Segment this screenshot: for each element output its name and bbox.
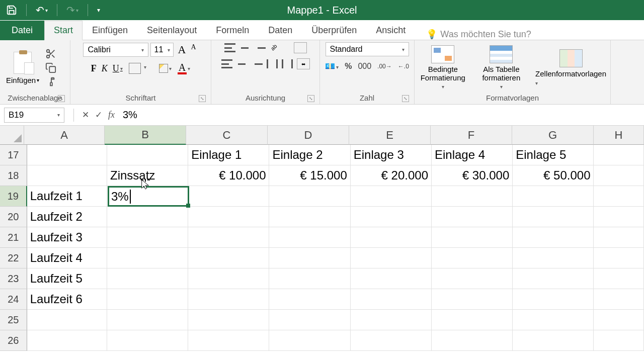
active-cell-B19[interactable]: 3%	[108, 186, 189, 207]
conditional-formatting-button[interactable]: BedingteFormatierung ▾	[419, 45, 467, 90]
col-header-D[interactable]: D	[268, 126, 349, 145]
format-as-table-button[interactable]: Als Tabelleformatieren ▾	[480, 45, 523, 90]
align-left-icon[interactable]	[221, 59, 232, 68]
formula-input[interactable]: 3%	[118, 109, 644, 121]
cell-G21[interactable]	[513, 227, 594, 248]
wrap-text-button[interactable]	[294, 42, 307, 53]
col-header-A[interactable]: A	[24, 126, 105, 145]
cell-C19[interactable]	[188, 186, 269, 207]
cell-H17[interactable]	[594, 145, 644, 165]
cell-C23[interactable]	[188, 268, 269, 289]
row-header-22[interactable]: 22	[0, 248, 27, 268]
cell-A23[interactable]: Laufzeit 5	[27, 268, 107, 289]
cell-B21[interactable]	[107, 227, 188, 248]
cell-D24[interactable]	[269, 289, 350, 310]
cell-A24[interactable]: Laufzeit 6	[27, 289, 107, 310]
cell-D17[interactable]: Einlage 2	[269, 145, 350, 165]
currency-button[interactable]: 💶▾	[325, 61, 339, 71]
cell-F25[interactable]	[432, 310, 513, 330]
cell-A21[interactable]: Laufzeit 3	[27, 227, 107, 248]
cell-E23[interactable]	[351, 268, 432, 289]
cell-E25[interactable]	[351, 310, 432, 330]
cell-D25[interactable]	[269, 310, 350, 330]
font-size-select[interactable]: 11▾	[150, 43, 174, 57]
col-header-G[interactable]: G	[512, 126, 594, 145]
cell-C25[interactable]	[188, 310, 269, 330]
cell-B20[interactable]	[107, 207, 188, 227]
row-header-23[interactable]: 23	[0, 268, 27, 289]
cell-D22[interactable]	[269, 248, 350, 268]
underline-button[interactable]: U▾	[113, 63, 123, 74]
decrease-decimal-icon[interactable]: ←.0	[398, 63, 409, 70]
tell-me-search[interactable]: 💡 Was möchten Sie tun?	[420, 29, 537, 40]
cell-E26[interactable]	[351, 330, 432, 351]
cell-B17[interactable]	[107, 145, 188, 165]
cell-B22[interactable]	[107, 248, 188, 268]
cell-G17[interactable]: Einlage 5	[513, 145, 594, 165]
cell-B26[interactable]	[107, 330, 188, 351]
cell-C21[interactable]	[188, 227, 269, 248]
fx-icon[interactable]: fx	[108, 110, 115, 120]
copy-icon[interactable]	[45, 62, 56, 73]
orientation-button[interactable]	[270, 42, 281, 53]
cell-A17[interactable]	[27, 145, 107, 165]
confirm-icon[interactable]: ✓	[92, 109, 105, 122]
cell-E22[interactable]	[351, 248, 432, 268]
cell-G19[interactable]	[513, 186, 594, 207]
cell-G26[interactable]	[513, 330, 594, 351]
cell-F22[interactable]	[432, 248, 513, 268]
number-format-select[interactable]: Standard▾	[326, 42, 409, 56]
cell-B23[interactable]	[107, 268, 188, 289]
align-middle-icon[interactable]	[239, 43, 251, 52]
paste-button[interactable]: Einfügen▾	[4, 50, 41, 86]
cell-H22[interactable]	[594, 248, 644, 268]
cell-D26[interactable]	[269, 330, 350, 351]
tab-formulas[interactable]: Formeln	[206, 21, 259, 40]
cell-F19[interactable]	[432, 186, 513, 207]
cell-C24[interactable]	[188, 289, 269, 310]
cell-F21[interactable]	[432, 227, 513, 248]
tab-home[interactable]: Start	[44, 21, 83, 40]
cell-F24[interactable]	[432, 289, 513, 310]
tab-view[interactable]: Ansicht	[366, 21, 415, 40]
col-header-E[interactable]: E	[349, 126, 431, 145]
cell-E21[interactable]	[351, 227, 432, 248]
cell-H18[interactable]	[594, 165, 644, 186]
tab-pagelayout[interactable]: Seitenlayout	[137, 21, 206, 40]
cell-styles-button[interactable]: Zellenformatvorlagen▾	[535, 49, 606, 86]
cell-F23[interactable]	[432, 268, 513, 289]
cell-F17[interactable]: Einlage 4	[432, 145, 513, 165]
cell-G20[interactable]	[513, 207, 594, 227]
cell-H26[interactable]	[594, 330, 644, 351]
cell-G18[interactable]: € 50.000	[513, 165, 594, 186]
cell-H24[interactable]	[594, 289, 644, 310]
cell-H21[interactable]	[594, 227, 644, 248]
cell-B24[interactable]	[107, 289, 188, 310]
font-color-button[interactable]: A▾	[178, 62, 190, 74]
font-name-select[interactable]: Calibri▾	[83, 43, 148, 57]
merge-button[interactable]: ⬌	[297, 58, 310, 69]
qat-customize-icon[interactable]: ▾	[97, 7, 100, 14]
cell-D21[interactable]	[269, 227, 350, 248]
cell-A22[interactable]: Laufzeit 4	[27, 248, 107, 268]
percent-button[interactable]: %	[345, 62, 352, 71]
col-header-F[interactable]: F	[431, 126, 512, 145]
cell-E18[interactable]: € 20.000	[351, 165, 432, 186]
cell-G23[interactable]	[513, 268, 594, 289]
increase-indent-icon[interactable]	[282, 59, 293, 68]
cell-H25[interactable]	[594, 310, 644, 330]
row-header-18[interactable]: 18	[0, 165, 27, 186]
row-header-26[interactable]: 26	[0, 330, 27, 351]
row-header-17[interactable]: 17	[0, 145, 27, 165]
format-painter-icon[interactable]	[45, 76, 56, 87]
cell-D20[interactable]	[269, 207, 350, 227]
row-header-20[interactable]: 20	[0, 207, 27, 227]
cell-C26[interactable]	[188, 330, 269, 351]
increase-decimal-icon[interactable]: .00→	[377, 63, 392, 70]
decrease-font-icon[interactable]: A	[189, 42, 198, 57]
tab-review[interactable]: Überprüfen	[302, 21, 366, 40]
row-header-24[interactable]: 24	[0, 289, 27, 310]
cell-A19[interactable]: Laufzeit 1	[27, 186, 107, 207]
cell-G25[interactable]	[513, 310, 594, 330]
tab-data[interactable]: Daten	[259, 21, 302, 40]
